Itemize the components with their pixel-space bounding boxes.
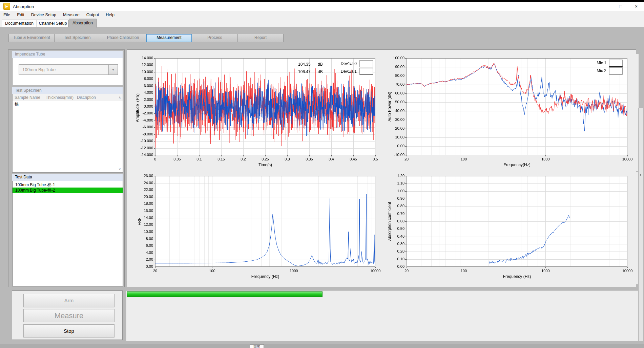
frf-chart	[132, 172, 383, 284]
collapse-left-icon[interactable]: <	[638, 173, 643, 177]
app-window: ▶ Absorption – □ × File Edit Device Setu…	[0, 0, 644, 348]
scroll-down-icon[interactable]: ∨	[119, 168, 121, 171]
waveform-legend-icon	[359, 68, 373, 75]
app-icon: ▶	[3, 3, 10, 10]
play-icon: ▶	[5, 5, 8, 8]
scroll-up-icon[interactable]: ∧	[119, 96, 121, 99]
subtab-report[interactable]: Report	[238, 34, 284, 42]
test-specimen-header: Test Specimen	[12, 87, 123, 94]
progress-panel	[126, 290, 640, 341]
menu-help[interactable]: Help	[102, 11, 118, 19]
subtab-tube-environment[interactable]: Tube & Environment	[8, 34, 55, 42]
column-discription: Discription	[77, 94, 96, 101]
minimize-icon: –	[604, 4, 606, 9]
table-row[interactable]: 棉	[15, 102, 19, 107]
close-icon: ×	[635, 4, 638, 9]
taskbar-strip	[0, 344, 644, 348]
list-item-selected[interactable]: 100mm Big Tube-棉-2	[13, 188, 123, 193]
vertical-scrollbar-thumb[interactable]	[638, 108, 643, 341]
arm-button[interactable]: Arm	[23, 294, 115, 307]
close-button[interactable]: ×	[628, 2, 644, 11]
legend-entry-mic1[interactable]: Mic 1	[590, 60, 623, 66]
control-buttons-panel: Arm Measure Stop	[12, 290, 123, 340]
test-data-header: Test Data	[12, 174, 123, 181]
sub-tab-bar: Tube & Environment Test Specimen Phase C…	[8, 34, 284, 42]
window-title: Absorption	[13, 4, 34, 9]
test-data-list: 100mm Big Tube-棉-1 100mm Big Tube-棉-2	[12, 181, 123, 286]
menu-bar: File Edit Device Setup Measure Output He…	[0, 11, 644, 19]
column-sample-name: Sample Name	[15, 94, 40, 101]
maximize-button[interactable]: □	[613, 2, 628, 11]
level-readouts: 104.35dB 106.47dB	[298, 62, 323, 77]
subtab-process[interactable]: Process	[192, 34, 238, 42]
time-chart-legend: Dev1/ai0 Dev1/ai1	[334, 60, 373, 76]
tab-documentation[interactable]: Documentation	[2, 20, 37, 27]
waveform-legend-icon	[359, 60, 373, 67]
window-controls: – □ ×	[597, 2, 644, 11]
impedance-tube-value: 100mm Big Tube	[19, 65, 108, 74]
dropdown-button[interactable]: ▼	[108, 65, 118, 74]
list-item[interactable]: 100mm Big Tube-棉-1	[13, 182, 123, 188]
legend-entry-mic2[interactable]: Mic 2	[590, 67, 623, 74]
stop-button[interactable]: Stop	[23, 324, 115, 338]
tab-channel-setup[interactable]: Channel Setup	[37, 20, 69, 27]
subtab-phase-calibration[interactable]: Phase Calibration	[100, 34, 146, 42]
menu-device-setup[interactable]: Device Setup	[28, 11, 60, 19]
test-specimen-table-header: Sample Name Thickness(mm) Discription ∧	[13, 94, 123, 101]
test-specimen-table: Sample Name Thickness(mm) Discription ∧ …	[12, 94, 123, 173]
legend-entry-dev1-ai0[interactable]: Dev1/ai0	[334, 60, 373, 67]
subtab-test-specimen[interactable]: Test Specimen	[55, 34, 100, 42]
column-thickness: Thickness(mm)	[46, 94, 74, 101]
menu-edit[interactable]: Edit	[14, 11, 28, 19]
minimize-button[interactable]: –	[597, 2, 613, 11]
auto-power-legend: Mic 1 Mic 2	[590, 60, 623, 75]
readout-dev1-ai0: 104.35dB	[298, 62, 323, 69]
title-bar: ▶ Absorption	[0, 2, 644, 11]
menu-measure[interactable]: Measure	[60, 11, 83, 19]
waveform-legend-icon	[609, 60, 623, 67]
waveform-legend-icon	[609, 67, 623, 74]
taskbar-popup[interactable]: 画图	[250, 344, 264, 348]
readout-dev1-ai1: 106.47dB	[298, 69, 323, 77]
legend-entry-dev1-ai1[interactable]: Dev1/ai1	[334, 68, 373, 75]
tab-absorption[interactable]: Absorption	[69, 19, 97, 27]
measure-button[interactable]: Measure	[23, 309, 115, 322]
chevron-down-icon: ▼	[112, 68, 115, 71]
maximize-icon: □	[619, 4, 622, 9]
menu-output[interactable]: Output	[83, 11, 103, 19]
subtab-measurement[interactable]: Measurement	[146, 34, 192, 42]
impedance-tube-dropdown[interactable]: 100mm Big Tube ▼	[19, 64, 118, 75]
absorption-chart	[386, 172, 639, 284]
progress-bar	[127, 291, 323, 297]
main-tab-bar: Documentation Channel Setup Absorption	[0, 19, 644, 27]
impedance-tube-header: Impendace Tube	[12, 51, 123, 58]
menu-file[interactable]: File	[0, 11, 14, 19]
